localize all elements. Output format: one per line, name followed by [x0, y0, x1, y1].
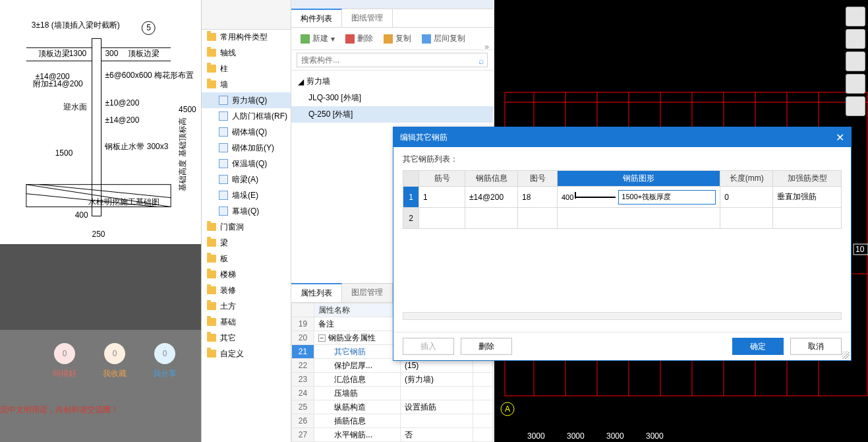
prop-row: 24压墙筋 [292, 387, 493, 400]
tree-pilaster[interactable]: 墙垛(E) [202, 187, 291, 203]
entity-icon [219, 96, 228, 105]
tab-drawing-mgmt[interactable]: 图纸管理 [342, 9, 393, 27]
h-scrollbar[interactable] [403, 312, 842, 320]
svg-rect-4 [92, 38, 101, 216]
svg-text:3000: 3000 [646, 431, 664, 441]
tree-curtain[interactable]: 幕墙(Q) [202, 203, 291, 219]
fav-stat[interactable]: 0 我收藏 [103, 343, 127, 379]
component-tree: ◢ 剪力墙 JLQ-300 [外墙] Q-250 [外墙] [291, 71, 493, 125]
tree-opening[interactable]: 门窗洞 [202, 219, 291, 235]
view-tool-3[interactable] [846, 51, 865, 71]
tab-props[interactable]: 属性列表 [291, 283, 342, 302]
svg-text:钢板止水带
300x3: 钢板止水带 300x3 [104, 142, 168, 151]
ok-button[interactable]: 确定 [732, 338, 784, 355]
delete-button[interactable]: 删除 [461, 338, 512, 355]
tab-component-list[interactable]: 构件列表 [291, 9, 342, 27]
tree-insulation[interactable]: 保温墙(Q) [202, 156, 291, 172]
view-tool-1[interactable] [846, 7, 865, 26]
tree-axis[interactable]: 轴线 [202, 45, 291, 61]
comp-q250[interactable]: Q-250 [外墙] [291, 106, 493, 123]
collapse-icon[interactable]: − [318, 334, 326, 342]
svg-text:3000: 3000 [606, 431, 624, 441]
col-type: 加强筋类型 [773, 171, 842, 187]
view-tool-4[interactable] [846, 74, 865, 94]
copy-button[interactable]: 复制 [380, 32, 415, 46]
cancel-button[interactable]: 取消 [790, 338, 842, 355]
entity-icon [219, 159, 228, 168]
tree-other[interactable]: 其它 [202, 330, 291, 346]
svg-line-20 [40, 185, 171, 198]
tree-darkbeam[interactable]: 暗梁(A) [202, 172, 291, 187]
tree-shearwall[interactable]: 剪力墙(Q) [202, 92, 291, 108]
folder-icon [207, 239, 216, 247]
view-tool-2[interactable] [846, 29, 865, 49]
category-tree: 常用构件类型 轴线 柱 墙 剪力墙(Q) 人防门框墙(RF) 砌体墙(Q) 砌体… [202, 0, 291, 442]
new-button[interactable]: 新建 ▾ [297, 32, 339, 46]
tree-rfwall[interactable]: 人防门框墙(RF) [202, 108, 291, 124]
svg-text:基础高度 基础顶标高: 基础高度 基础顶标高 [178, 117, 187, 191]
tree-earth[interactable]: 土方 [202, 298, 291, 314]
svg-text:附加±14@200: 附加±14@200 [33, 79, 83, 88]
resize-grip-icon[interactable] [842, 351, 850, 359]
svg-text:250: 250 [92, 230, 105, 239]
tree-slab[interactable]: 板 [202, 251, 291, 267]
col-info: 钢筋信息 [465, 171, 518, 187]
tree-decor[interactable]: 装修 [202, 282, 291, 298]
tab-layers[interactable]: 图层管理 [342, 284, 393, 302]
edit-rebar-dialog: 编辑其它钢筋 ✕ 其它钢筋列表： 筋号 钢筋信息 图号 钢筋图形 长度(mm) … [393, 127, 852, 361]
layer-copy-button[interactable]: 层间复制 [418, 32, 469, 46]
view-tool-5[interactable] [846, 96, 865, 116]
tree-stair[interactable]: 楼梯 [202, 267, 291, 282]
tree-beam[interactable]: 梁 [202, 235, 291, 251]
svg-text:1300: 1300 [69, 49, 87, 58]
table-row: 1 1 ±14@200 18 400 0 垂直加强筋 [403, 187, 842, 208]
search-wrap: ⌕ [291, 50, 493, 71]
dialog-title: 编辑其它钢筋 [400, 132, 448, 143]
tree-custom[interactable]: 自定义 [202, 346, 291, 362]
col-th: 图号 [518, 171, 558, 187]
svg-text:顶板边梁: 顶板边梁 [38, 49, 70, 58]
search-icon[interactable]: ⌕ [478, 55, 484, 66]
close-icon[interactable]: ✕ [836, 131, 844, 144]
note-top: 3±18 (墙顶插入梁时截断) [32, 20, 120, 30]
folder-icon [207, 65, 216, 73]
social-bar: 0 问得好 0 我收藏 0 我分享 流中文明用语，共创和谐交流圈！ [0, 330, 201, 442]
tree-foundation[interactable]: 基础 [202, 314, 291, 330]
tree-common[interactable]: 常用构件类型 [202, 29, 291, 45]
tree-masonry-rebar[interactable]: 砌体加筋(Y) [202, 140, 291, 156]
search-input[interactable] [297, 53, 488, 67]
entity-icon [219, 143, 228, 152]
footer-note: 流中文明用语，共创和谐交流圈！ [0, 404, 119, 416]
entity-icon [219, 191, 228, 200]
folder-icon [207, 286, 216, 294]
share-stat[interactable]: 0 我分享 [153, 343, 177, 379]
folder-icon [207, 49, 216, 57]
delete-button[interactable]: 删除 [341, 32, 377, 46]
table-row: 2 [403, 208, 842, 229]
svg-text:3000: 3000 [527, 431, 545, 441]
svg-text:10: 10 [855, 245, 865, 254]
comp-root[interactable]: ◢ 剪力墙 [291, 73, 493, 90]
col-jh: 筋号 [419, 171, 465, 187]
folder-icon [207, 33, 216, 41]
like-stat[interactable]: 0 问得好 [53, 343, 76, 379]
tree-wall[interactable]: 墙 [202, 77, 291, 92]
svg-text:4500: 4500 [179, 105, 196, 114]
col-shape[interactable]: 钢筋图形 [558, 171, 720, 187]
dialog-titlebar[interactable]: 编辑其它钢筋 ✕ [393, 127, 851, 147]
svg-text:±10@200: ±10@200 [105, 98, 139, 108]
tree-column[interactable]: 柱 [202, 61, 291, 77]
entity-icon [219, 127, 228, 137]
svg-text:300: 300 [105, 49, 118, 58]
entity-icon [219, 206, 228, 216]
insert-button[interactable]: 插入 [403, 338, 454, 355]
folder-icon [207, 223, 216, 231]
drawing-upper: 3±18 (墙顶插入梁时截断) 5 顶板边梁 1300 300 顶板边梁 ±14… [0, 0, 201, 244]
toolbar-strip [291, 0, 493, 9]
shape-cell[interactable]: 400 [558, 187, 720, 208]
shape-length-input[interactable] [618, 190, 716, 205]
entity-icon [219, 111, 228, 121]
tree-masonry[interactable]: 砌体墙(Q) [202, 124, 291, 140]
delete-icon [345, 34, 355, 44]
comp-jlq300[interactable]: JLQ-300 [外墙] [291, 90, 493, 106]
